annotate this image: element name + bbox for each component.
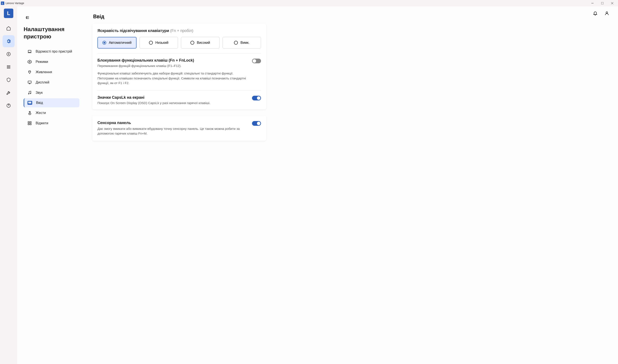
svg-marker-16	[28, 60, 32, 64]
fnlock-desc: Функціональні клавіші забезпечують два н…	[97, 71, 248, 86]
nav-gestures[interactable]: Жести	[24, 108, 79, 118]
fnlock-toggle[interactable]	[252, 59, 261, 63]
fnlock-subtitle: Перемикання функцій функціональних клаві…	[97, 64, 248, 68]
svg-point-19	[28, 93, 29, 94]
lenovo-logo[interactable]: L	[4, 9, 13, 18]
sidebar-settings[interactable]	[2, 35, 14, 47]
sidebar-apps[interactable]	[2, 61, 14, 73]
sidebar-security[interactable]	[2, 74, 14, 86]
widgets-icon	[27, 121, 32, 125]
backlight-option-auto[interactable]: Автоматичний	[97, 37, 136, 49]
svg-rect-22	[29, 102, 29, 102]
monitor-icon	[27, 80, 32, 85]
backlight-option-off[interactable]: Вимк.	[223, 37, 261, 49]
nav-collapse-toggle[interactable]	[24, 14, 31, 22]
card-touchpad: Сенсорна панель Дає змогу вмикати або ви…	[92, 116, 266, 141]
svg-rect-5	[7, 65, 8, 66]
window-title: Lenovo Vantage	[6, 2, 24, 5]
backlight-title: Яскравість підсвічування клавіатури (Fn …	[97, 28, 261, 33]
svg-rect-25	[28, 103, 31, 103]
nav-modes[interactable]: Режими	[24, 57, 79, 66]
svg-rect-12	[8, 68, 9, 69]
svg-rect-8	[7, 66, 8, 67]
nav-sound[interactable]: Звук	[24, 88, 79, 97]
svg-rect-9	[8, 66, 9, 67]
svg-rect-15	[28, 50, 31, 52]
card-backlight-and-keys: Яскравість підсвічування клавіатури (Fn …	[92, 24, 266, 109]
maximize-button[interactable]	[597, 0, 607, 6]
radio-icon	[190, 41, 194, 45]
sidebar-help[interactable]	[2, 100, 14, 112]
page-title: Ввід	[92, 14, 266, 20]
account-icon[interactable]	[604, 11, 609, 16]
svg-rect-11	[7, 68, 8, 69]
svg-rect-1	[601, 2, 604, 4]
capslk-subtitle: Показує On Screen Display (OSD) CapsLk у…	[97, 101, 248, 105]
svg-rect-10	[9, 66, 10, 67]
settings-nav: Налаштування пристрою Відомості про прис…	[24, 14, 79, 364]
capslk-toggle[interactable]	[252, 96, 261, 101]
minimize-button[interactable]	[588, 0, 597, 6]
nav-input[interactable]: Ввід	[24, 98, 79, 107]
notifications-icon[interactable]	[593, 11, 598, 16]
backlight-option-low[interactable]: Низький	[140, 37, 178, 49]
svg-rect-13	[9, 68, 10, 69]
nav-display[interactable]: Дисплей	[24, 78, 79, 87]
svg-rect-27	[30, 121, 31, 123]
radio-icon	[234, 41, 238, 45]
music-icon	[27, 91, 32, 95]
close-button[interactable]	[607, 0, 617, 6]
svg-rect-21	[28, 102, 29, 102]
svg-rect-24	[31, 102, 31, 102]
fnlock-title: Блокування функціональних клавіш (Fn + F…	[97, 58, 248, 63]
plug-icon	[27, 70, 32, 74]
svg-rect-28	[28, 123, 29, 125]
svg-point-30	[606, 12, 607, 13]
settings-title: Налаштування пристрою	[24, 26, 79, 40]
keyboard-icon	[27, 101, 32, 105]
sidebar-download[interactable]	[2, 48, 14, 60]
divider	[97, 90, 261, 91]
svg-rect-6	[8, 65, 9, 66]
nav-device-info[interactable]: Відомості про пристрій	[24, 47, 79, 56]
sidebar: L	[0, 6, 17, 364]
radio-icon	[102, 41, 106, 45]
touchpad-desc: Дає змогу вмикати або вимикати вбудовану…	[97, 126, 248, 136]
target-icon	[27, 60, 32, 64]
divider	[97, 53, 261, 53]
touchpad-title: Сенсорна панель	[97, 121, 248, 125]
touch-icon	[27, 111, 32, 115]
sidebar-home[interactable]	[2, 22, 14, 34]
nav-widgets[interactable]: Віджети	[24, 118, 79, 128]
radio-icon	[149, 41, 153, 45]
svg-rect-26	[28, 121, 29, 123]
touchpad-toggle[interactable]	[252, 121, 261, 126]
title-bar: L Lenovo Vantage	[0, 0, 618, 6]
svg-rect-23	[30, 102, 30, 102]
laptop-icon	[27, 49, 32, 54]
app-icon: L	[1, 1, 4, 5]
sidebar-tools[interactable]	[2, 87, 14, 99]
capslk-title: Значки CapsLk на екрані	[97, 95, 248, 100]
svg-point-20	[30, 93, 31, 94]
backlight-options: Автоматичний Низький Високий Вимк.	[97, 37, 261, 49]
svg-rect-29	[30, 123, 31, 125]
svg-rect-7	[9, 65, 10, 66]
backlight-option-high[interactable]: Високий	[181, 37, 220, 49]
nav-power[interactable]: Живлення	[24, 67, 79, 77]
svg-rect-18	[28, 81, 31, 83]
main-content: Ввід Яскравість підсвічування клавіатури…	[79, 14, 273, 364]
svg-point-17	[29, 61, 30, 62]
